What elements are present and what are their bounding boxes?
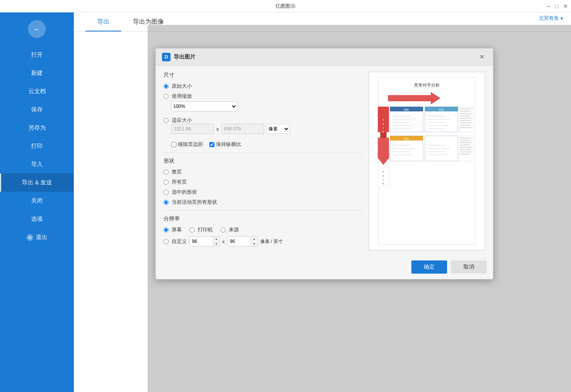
res-height-spinners: ▲ ▼ [251,236,258,246]
res-unit-label: 像素 / 英寸 [260,238,283,245]
sidebar-item-import[interactable]: 导入 [0,155,74,173]
scale-select[interactable]: 100% 50% 150% 200% [171,101,237,111]
sidebar-item-new[interactable]: 新建 [0,64,74,82]
shape-all-pages-radio[interactable] [164,180,169,185]
user-info[interactable]: 北冥有鱼 ▾ [536,12,566,24]
svg-text:E: E [383,130,385,133]
dialog-body: 尺寸 原始大小 使用缩放 [156,66,493,257]
svg-rect-29 [427,119,450,120]
shape-current-radio[interactable] [164,200,169,205]
res-custom-radio[interactable] [164,239,169,244]
res-height-up-button[interactable]: ▲ [251,236,258,241]
form-section: 尺寸 原始大小 使用缩放 [164,72,362,250]
sidebar-item-print[interactable]: 打印 [0,137,74,155]
res-x-separator: x [222,239,225,245]
resolution-row: 屏幕 打印机 来源 [164,226,362,233]
sidebar-item-export[interactable]: 导出 & 发送 [0,173,74,192]
sidebar: ← 打开 新建 云文档 保存 另存为 打印 导入 导出 & 发送 关闭 [0,12,74,392]
cancel-button[interactable]: 取消 [451,260,487,274]
sidebar-item-cloud[interactable]: 云文档 [0,82,74,101]
res-height-down-button[interactable]: ▼ [251,241,258,246]
back-arrow-icon: ← [33,25,41,34]
maximize-button[interactable]: □ [555,3,559,9]
preview-section: 竞争对手分析 指标 [369,72,485,250]
res-width-input[interactable] [190,237,213,246]
height-input[interactable] [221,124,264,134]
size-scale-radio[interactable] [164,94,169,99]
size-scale-label: 使用缩放 [172,93,192,100]
sidebar-item-close[interactable]: 关闭 [0,192,74,210]
svg-text:A: A [382,174,384,177]
size-x-separator: x [216,126,219,132]
res-screen-radio[interactable] [164,227,169,232]
remove-margin-checkbox[interactable] [171,142,176,147]
keep-ratio-item: 保持纵横比 [209,141,241,148]
titlebar: 亿图图示 ─ □ ✕ [0,0,571,12]
svg-rect-32 [427,128,446,129]
res-height-input[interactable] [228,237,251,246]
svg-rect-58 [460,137,473,139]
res-source-radio[interactable] [221,227,226,232]
svg-rect-42 [460,127,473,128]
res-screen-row: 屏幕 [164,226,182,233]
size-original-label: 原始大小 [172,83,192,90]
preview-diagram: 竞争对手分析 指标 [376,76,477,246]
sidebar-back[interactable]: ← [0,16,74,46]
svg-rect-26 [392,128,411,129]
svg-rect-36 [460,113,472,114]
svg-rect-51 [392,151,409,152]
size-original-row: 原始大小 [164,83,362,90]
svg-rect-24 [392,122,409,123]
tab-export[interactable]: 导出 [85,18,121,31]
res-height-input-wrap: ▲ ▼ [227,236,258,246]
sidebar-item-saveas-label: 另存为 [28,124,46,131]
width-input[interactable] [171,124,214,134]
size-original-radio[interactable] [164,84,169,89]
back-button[interactable]: ← [28,20,46,38]
dialog-close-button[interactable]: ✕ [477,52,487,61]
sidebar-item-export-label: 导出 & 发送 [22,179,52,186]
size-unit-select[interactable]: 像素 英寸 厘米 [266,124,290,134]
close-window-button[interactable]: ✕ [563,3,568,9]
svg-rect-47 [378,138,389,157]
svg-text:评估: 评估 [404,137,409,140]
keep-ratio-checkbox[interactable] [209,142,214,147]
svg-rect-63 [460,149,471,150]
remove-margin-item: 移除页边距 [171,141,203,148]
svg-rect-53 [427,145,446,146]
shape-whole-label: 整页 [172,168,182,175]
res-printer-radio[interactable] [190,227,195,232]
res-width-spinners: ▲ ▼ [213,236,219,246]
sidebar-item-save-label: 保存 [31,106,43,113]
sidebar-item-options[interactable]: 选项 [0,210,74,228]
exit-label: 退出 [36,234,47,241]
dialog-title: 导出图片 [174,54,474,61]
sidebar-item-save[interactable]: 保存 [0,101,74,119]
shape-whole-radio[interactable] [164,170,169,175]
sidebar-item-open[interactable]: 打开 [0,46,74,64]
sidebar-item-saveas[interactable]: 另存为 [0,119,74,137]
res-width-down-button[interactable]: ▼ [213,241,219,246]
size-fit-radio[interactable] [164,118,169,123]
sidebar-item-exit[interactable]: ⊖ 退出 [0,228,74,246]
res-width-input-wrap: ▲ ▼ [189,236,220,246]
shape-selected-label: 选中的形状 [172,189,197,196]
size-inputs-row: x 像素 英寸 厘米 [171,124,362,134]
svg-rect-25 [392,125,413,126]
shape-selected-radio[interactable] [164,190,169,195]
size-fit-label: 适应大小 [172,117,192,124]
res-width-up-button[interactable]: ▲ [213,236,219,241]
preview-box: 竞争对手分析 指标 [369,72,485,250]
minimize-button[interactable]: ─ [547,3,551,9]
content-area: 导出 导出为图像 D 导出图片 ✕ [74,12,571,392]
svg-rect-65 [460,154,470,155]
svg-rect-28 [427,116,446,117]
export-dialog: D 导出图片 ✕ 尺寸 原始大小 [155,48,493,279]
svg-text:竞争对手分析: 竞争对手分析 [414,83,440,87]
dialog-overlay: D 导出图片 ✕ 尺寸 原始大小 [148,25,571,392]
svg-rect-56 [427,154,448,155]
user-dropdown-arrow: ▾ [561,16,563,21]
size-checkbox-row: 移除页边距 保持纵横比 [171,141,362,148]
svg-rect-22 [392,116,411,117]
confirm-button[interactable]: 确定 [411,260,447,274]
